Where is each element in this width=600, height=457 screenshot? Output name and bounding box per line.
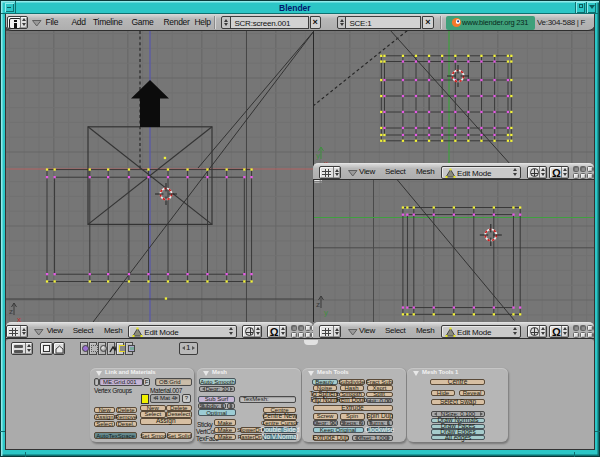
svg-text:x: x xyxy=(17,315,21,322)
svg-text:y: y xyxy=(324,308,328,317)
svg-text:z: z xyxy=(9,307,13,316)
svg-text:z: z xyxy=(316,300,320,309)
svg-text:y: y xyxy=(316,151,320,160)
